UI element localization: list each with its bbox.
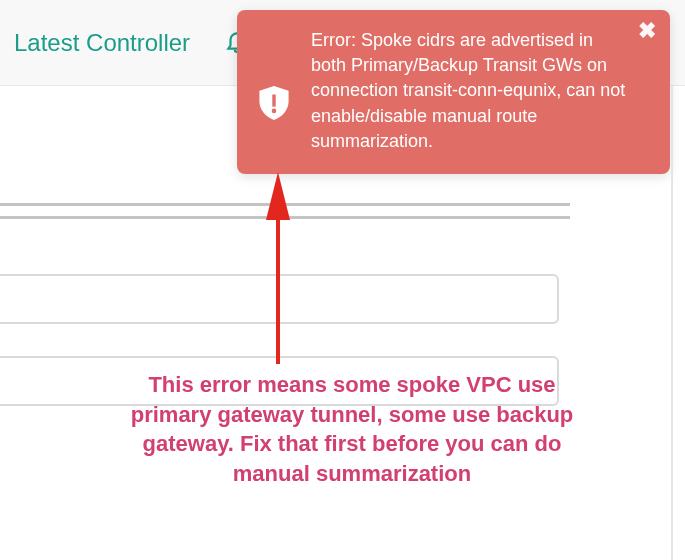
close-icon[interactable]: ✖ — [638, 22, 656, 40]
content-area — [0, 86, 673, 560]
page-title: Latest Controller — [14, 29, 190, 57]
annotation-text: This error means some spoke VPC use prim… — [122, 370, 582, 489]
annotation-arrow — [248, 184, 308, 374]
